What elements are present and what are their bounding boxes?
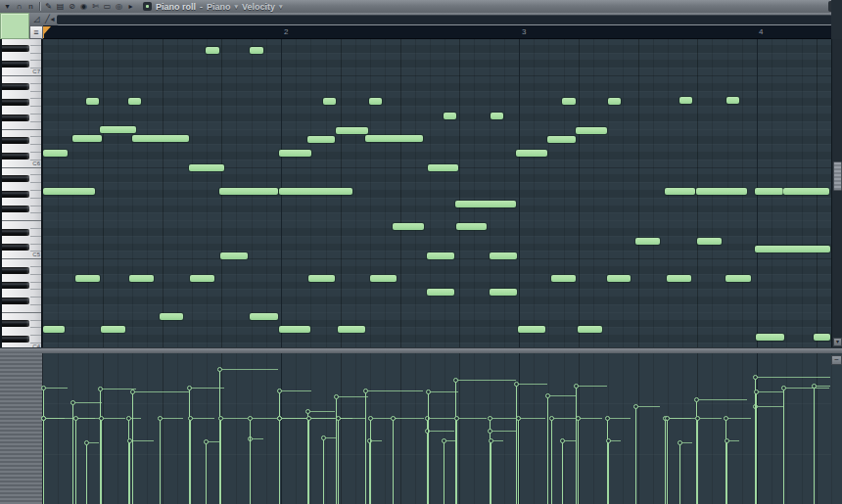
collapse-lane-button[interactable]: − — [831, 355, 842, 365]
velocity-stem[interactable] — [667, 418, 668, 504]
velocity-node[interactable] — [218, 416, 223, 421]
channel-selector[interactable]: Piano — [207, 2, 231, 12]
midi-note[interactable] — [665, 188, 695, 195]
velocity-node[interactable] — [488, 429, 492, 434]
velocity-stem[interactable] — [665, 418, 666, 504]
velocity-node[interactable] — [158, 416, 163, 421]
midi-note[interactable] — [279, 326, 310, 333]
midi-note[interactable] — [43, 188, 95, 195]
velocity-node[interactable] — [574, 384, 579, 389]
timeline-ruler[interactable]: 234 — [43, 25, 834, 39]
midi-note[interactable] — [578, 326, 602, 333]
velocity-node[interactable] — [454, 416, 459, 421]
midi-note[interactable] — [323, 98, 336, 105]
piano-key-black[interactable] — [2, 244, 29, 251]
midi-note[interactable] — [370, 275, 397, 282]
velocity-node[interactable] — [812, 384, 817, 389]
velocity-node[interactable] — [99, 416, 104, 421]
midi-note[interactable] — [456, 223, 487, 230]
midi-note[interactable] — [132, 135, 189, 142]
velocity-node[interactable] — [84, 440, 89, 445]
chevron-down-icon[interactable]: ▾ — [235, 3, 239, 11]
zoom-tool-icon[interactable]: ◎ — [114, 1, 124, 12]
midi-note[interactable] — [679, 97, 692, 104]
note-grid[interactable] — [43, 39, 831, 347]
piano-key-black[interactable] — [2, 45, 29, 52]
velocity-node[interactable] — [605, 416, 610, 421]
piano-key-black[interactable] — [2, 175, 29, 182]
velocity-node[interactable] — [753, 375, 758, 380]
velocity-stem[interactable] — [635, 406, 636, 504]
velocity-node[interactable] — [560, 438, 565, 443]
velocity-stem[interactable] — [190, 418, 191, 504]
midi-note[interactable] — [219, 188, 278, 195]
velocity-node[interactable] — [725, 438, 729, 443]
velocity-node[interactable] — [489, 438, 493, 443]
mute-tool-icon[interactable]: ◉ — [78, 1, 89, 12]
velocity-stem[interactable] — [516, 384, 517, 504]
ramp-down-icon[interactable]: ◿ — [31, 14, 42, 24]
midi-note[interactable] — [307, 136, 335, 143]
midi-note[interactable] — [755, 246, 830, 252]
paint-tool-icon[interactable]: ▤ — [55, 1, 66, 12]
velocity-node[interactable] — [426, 389, 431, 394]
velocity-node[interactable] — [73, 416, 78, 421]
velocity-node[interactable] — [321, 435, 326, 440]
velocity-node[interactable] — [633, 404, 638, 409]
velocity-stem[interactable] — [444, 440, 444, 504]
velocity-node[interactable] — [754, 389, 759, 394]
target-value-strip[interactable] — [57, 15, 832, 25]
velocity-node[interactable] — [41, 386, 46, 390]
velocity-node[interactable] — [781, 386, 786, 390]
velocity-node[interactable] — [277, 416, 282, 421]
midi-note[interactable] — [72, 135, 102, 142]
midi-note[interactable] — [129, 275, 154, 282]
velocity-stem[interactable] — [456, 418, 457, 504]
prev-target-icon[interactable]: ◂ — [47, 14, 58, 24]
note-preview-pad[interactable] — [0, 13, 29, 39]
midi-note[interactable] — [279, 150, 311, 157]
velocity-stem[interactable] — [338, 418, 339, 504]
velocity-node[interactable] — [442, 438, 446, 443]
chevron-down-icon[interactable]: ▾ — [279, 3, 283, 11]
midi-note[interactable] — [427, 252, 454, 259]
midi-note[interactable] — [635, 238, 660, 245]
midi-note[interactable] — [189, 164, 224, 171]
velocity-stem[interactable] — [697, 418, 698, 504]
velocity-node[interactable] — [130, 389, 135, 394]
velocity-node[interactable] — [336, 416, 341, 421]
velocity-stem[interactable] — [608, 440, 609, 504]
piano-key-black[interactable] — [2, 99, 29, 106]
velocity-stem[interactable] — [562, 440, 563, 504]
velocity-node[interactable] — [724, 416, 728, 421]
midi-note[interactable] — [455, 201, 516, 207]
velocity-node[interactable] — [70, 400, 75, 405]
midi-note[interactable] — [308, 275, 335, 282]
velocity-node[interactable] — [514, 382, 519, 387]
velocity-node[interactable] — [545, 393, 550, 398]
midi-note[interactable] — [279, 188, 352, 195]
vertical-scrollbar[interactable]: ▾ — [831, 39, 842, 347]
velocity-stem[interactable] — [220, 418, 221, 504]
velocity-stem[interactable] — [547, 395, 548, 504]
midi-note[interactable] — [250, 47, 263, 54]
velocity-node[interactable] — [248, 416, 253, 421]
midi-note[interactable] — [814, 334, 830, 341]
velocity-stem[interactable] — [679, 442, 680, 504]
slice-tool-icon[interactable]: ✄ — [90, 1, 101, 12]
velocity-stem[interactable] — [160, 418, 161, 504]
velocity-stem[interactable] — [365, 390, 366, 504]
piano-key-black[interactable] — [2, 267, 29, 274]
velocity-node[interactable] — [391, 416, 396, 421]
midi-note[interactable] — [547, 136, 576, 143]
draw-tool-icon[interactable]: ✎ — [43, 1, 54, 12]
piano-key-black[interactable] — [2, 229, 29, 236]
target-control-selector[interactable]: Velocity — [242, 2, 275, 12]
velocity-node[interactable] — [606, 438, 611, 443]
midi-note[interactable] — [696, 188, 747, 195]
midi-note[interactable] — [444, 113, 456, 119]
velocity-node[interactable] — [363, 389, 368, 393]
playhead-marker[interactable] — [43, 26, 51, 35]
midi-note[interactable] — [393, 223, 424, 230]
velocity-node[interactable] — [516, 416, 521, 421]
